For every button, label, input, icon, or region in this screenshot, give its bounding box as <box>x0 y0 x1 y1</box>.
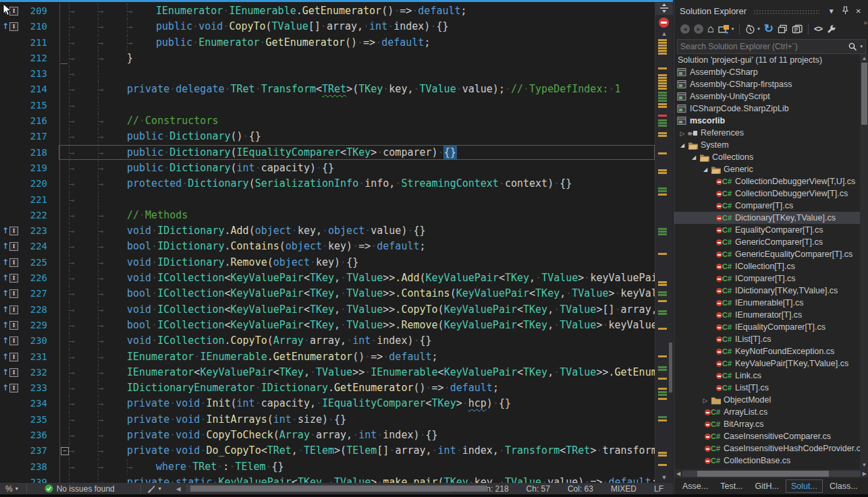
line-number[interactable]: 212 <box>18 51 47 66</box>
code-text[interactable]: →→protected·Dictionary(SerializationInfo… <box>69 176 655 192</box>
code-text[interactable]: → <box>69 98 655 113</box>
tree-expander-icon[interactable]: ▷ <box>700 394 711 407</box>
code-line[interactable]: 213→ <box>0 66 655 82</box>
panel-tab[interactable]: Asse... <box>677 479 713 493</box>
line-number[interactable]: 221 <box>18 192 47 208</box>
code-text[interactable]: →→bool·ICollection<KeyValuePair<TKey,·TV… <box>69 286 655 301</box>
code-line[interactable]: ↑I224→→bool·IDictionary.Contains(object·… <box>0 239 655 254</box>
line-number[interactable]: 214 <box>18 82 47 97</box>
code-line[interactable]: ↑I232→→IEnumerator<KeyValuePair<TKey,·TV… <box>0 365 655 380</box>
tree-item[interactable]: C#CaseInsensitiveHashCodeProvider.cs <box>674 442 868 455</box>
code-text[interactable]: →→IEnumerator<KeyValuePair<TKey,·TValue>… <box>69 365 655 380</box>
overview-ruler-scrollbar[interactable]: ▲ ▼ <box>655 0 673 483</box>
zoom-level-selector[interactable]: % <box>5 484 13 494</box>
code-line[interactable]: ↑I225→→void·IDictionary.Remove(object·ke… <box>0 255 655 270</box>
status-encoding[interactable]: MIXED <box>611 484 636 494</box>
code-line[interactable]: ↑I229→→bool·ICollection<KeyValuePair<TKe… <box>0 318 655 333</box>
line-number[interactable]: 235 <box>18 412 47 428</box>
tree-item[interactable]: C#Link.cs <box>674 370 868 382</box>
horizontal-scrollbar[interactable] <box>186 485 452 492</box>
tree-item[interactable]: Assembly-UnityScript <box>674 90 868 103</box>
code-line[interactable]: 236→→private·void·CopyToCheck(Array·arra… <box>0 428 655 443</box>
panel-tab[interactable]: GitH... <box>750 479 784 493</box>
line-number[interactable]: 222 <box>18 208 47 223</box>
tree-item[interactable]: Solution 'project-gui' (11 of 11 project… <box>674 54 868 66</box>
code-text[interactable]: →→private·void·CopyToCheck(Array·array,·… <box>69 428 655 443</box>
code-text[interactable]: →→private·void·InitArrays(int·size)·{} <box>69 412 655 428</box>
code-text[interactable]: →→//·Constructors <box>69 113 655 129</box>
line-number[interactable]: 237 <box>18 443 47 459</box>
preview-selected-button[interactable] <box>790 22 805 36</box>
refresh-icon[interactable]: ↻ <box>762 22 776 36</box>
line-number[interactable]: 217 <box>18 129 47 144</box>
code-text[interactable]: →→private·static·KeyValuePair<TKey,·TVal… <box>69 475 655 483</box>
horizontal-scrollbar-thumb[interactable] <box>190 486 487 492</box>
code-text[interactable]: →→→public·Enumerator·GetEnumerator()·=>·… <box>69 35 655 51</box>
line-number[interactable]: 234 <box>18 396 47 411</box>
code-editor[interactable]: ↑I209→→→IEnumerator·IEnumerable.GetEnume… <box>0 0 673 483</box>
code-line[interactable]: 220→→protected·Dictionary(SerializationI… <box>0 176 655 192</box>
code-line[interactable]: 216→→//·Constructors <box>0 113 655 129</box>
forward-button[interactable]: ▸ <box>692 22 705 36</box>
line-number[interactable]: 224 <box>18 239 47 254</box>
home-icon[interactable]: ⌂ <box>705 22 716 36</box>
code-text[interactable]: →→IEnumerator·IEnumerable.GetEnumerator(… <box>69 349 655 365</box>
line-number[interactable]: 215 <box>18 98 47 113</box>
code-line[interactable]: 217→→public·Dictionary()·{} <box>0 129 655 144</box>
code-text[interactable]: →→//·Methods <box>69 208 655 223</box>
code-text[interactable]: →→void·ICollection.CopyTo(Array·array,·i… <box>69 333 655 349</box>
code-line[interactable]: 222→→//·Methods <box>0 208 655 223</box>
tree-item[interactable]: C#IComparer[T].cs <box>674 272 868 285</box>
tree-item[interactable]: C#GenericEqualityComparer[T].cs <box>674 248 868 260</box>
tree-item[interactable]: C#CollectionDebuggerView[T].cs <box>674 187 868 200</box>
tree-horizontal-scrollbar[interactable]: ◀ ▶ <box>674 469 868 478</box>
code-line[interactable]: 234→→private·void·Init(int·capacity,·IEq… <box>0 396 655 411</box>
line-number[interactable]: 233 <box>18 380 47 396</box>
code-text[interactable]: →→public·Dictionary(int·capacity)·{} <box>69 160 655 176</box>
code-text[interactable]: →→private·void·Do_CopyTo<TRet,·TElem>(TE… <box>69 443 655 459</box>
collapse-all-button[interactable] <box>776 22 790 36</box>
line-number[interactable]: 230 <box>18 333 47 349</box>
code-cleanup-broom-icon[interactable] <box>146 484 156 493</box>
tree-hscrollbar-thumb[interactable] <box>697 471 829 477</box>
line-number[interactable]: 227 <box>18 286 47 301</box>
tree-item[interactable]: C#EqualityComparer[T].cs <box>674 224 868 236</box>
window-position-caret-icon[interactable]: ▼ <box>825 7 838 15</box>
tree-item[interactable]: ▷References <box>674 127 868 139</box>
code-line[interactable]: 211→→→public·Enumerator·GetEnumerator()·… <box>0 35 655 51</box>
zoom-caret-icon[interactable]: ▾ <box>16 486 18 492</box>
code-line[interactable]: 221→ <box>0 192 655 208</box>
tree-vertical-scrollbar[interactable]: ▲ ▼ <box>860 54 868 469</box>
code-line[interactable]: ↑I228→→void·ICollection<KeyValuePair<TKe… <box>0 302 655 318</box>
issues-status[interactable]: No issues found <box>57 484 115 494</box>
scroll-right-icon[interactable]: ▶ <box>861 471 868 477</box>
tree-item[interactable]: C#IEnumerator[T].cs <box>674 309 868 321</box>
code-text[interactable]: →→bool·ICollection<KeyValuePair<TKey,·TV… <box>69 318 655 333</box>
code-lines[interactable]: ↑I209→→→IEnumerator·IEnumerable.GetEnume… <box>0 3 655 483</box>
tree-item[interactable]: C#KeyValuePair[TKey,TValue].cs <box>674 357 868 370</box>
tree-expander-icon[interactable]: ◢ <box>677 138 688 152</box>
line-number[interactable]: 219 <box>18 160 47 176</box>
tree-item[interactable]: ICSharpCode.SharpZipLib <box>674 103 868 115</box>
code-line[interactable]: ↑I230→→void·ICollection.CopyTo(Array·arr… <box>0 333 655 349</box>
code-line[interactable]: ↑I210→→→public·void·CopyTo(TValue[]·arra… <box>0 19 655 34</box>
cleanup-caret-icon[interactable]: ▾ <box>159 486 161 492</box>
tree-item[interactable]: C#List[T].cs <box>674 382 868 394</box>
code-line[interactable]: 215→ <box>0 98 655 113</box>
panel-tab[interactable]: Solut... <box>786 479 823 493</box>
vertical-scrollbar-thumb[interactable] <box>669 343 672 392</box>
code-line[interactable]: ↑I227→→bool·ICollection<KeyValuePair<TKe… <box>0 286 655 301</box>
code-line[interactable]: 235→→private·void·InitArrays(int·size)·{… <box>0 412 655 428</box>
pending-changes-filter-button[interactable]: ▾ <box>743 22 762 36</box>
code-text[interactable]: →→void·ICollection<KeyValuePair<TKey,·TV… <box>69 270 655 286</box>
code-text[interactable]: →→} <box>69 51 655 66</box>
code-line[interactable]: 218→→public·Dictionary(IEqualityComparer… <box>0 145 655 160</box>
close-icon[interactable]: ✕ <box>852 7 865 15</box>
code-text[interactable]: →→bool·IDictionary.Contains(object·key)·… <box>69 239 655 254</box>
line-number[interactable]: 210 <box>18 19 47 34</box>
tree-item[interactable]: C#ICollection[T].cs <box>674 260 868 272</box>
tree-item[interactable]: C#IEnumerable[T].cs <box>674 297 868 309</box>
line-number[interactable]: 228 <box>18 302 47 318</box>
panel-title-bar[interactable]: Solution Explorer ▼ ✕ <box>674 0 868 19</box>
code-text[interactable]: →→private·delegate·TRet·Transform<TRet>(… <box>69 82 655 97</box>
